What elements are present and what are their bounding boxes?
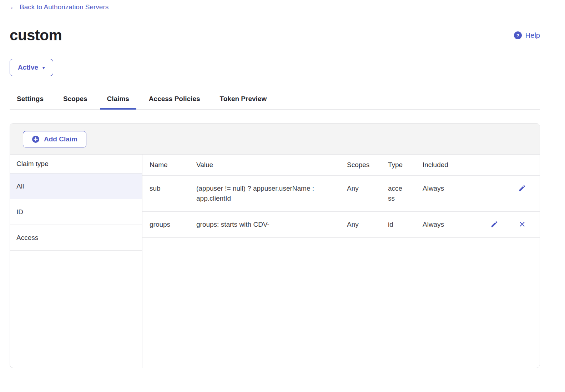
cell-included: Always [415,212,469,237]
table-row-sub: sub (appuser != null) ? appuser.userName… [142,176,540,212]
add-claim-button[interactable]: Add Claim [23,131,86,147]
cell-value: groups: starts with CDV- [189,212,340,237]
tab-bar: Settings Scopes Claims Access Policies T… [10,90,540,110]
help-link[interactable]: ? Help [514,31,540,40]
claim-type-list: Claim type All ID Access [10,155,142,368]
pencil-icon [490,220,498,228]
row-actions [469,212,540,237]
tab-token-preview[interactable]: Token Preview [213,90,274,109]
cell-scopes: Any [340,212,381,237]
claim-type-item-access[interactable]: Access [10,225,142,251]
tab-claims[interactable]: Claims [100,90,136,109]
chevron-down-icon: ▾ [42,65,45,70]
pencil-icon [518,184,526,192]
claims-table: Name Value Scopes Type Included sub (app… [142,155,540,368]
column-header-included: Included [415,155,469,175]
add-claim-label: Add Claim [44,135,77,143]
back-arrow-icon: ← [10,3,17,11]
column-header-actions [469,155,540,175]
cell-included: Always [415,176,469,211]
status-dropdown-label: Active [18,64,38,71]
claim-type-item-all[interactable]: All [10,174,142,199]
help-label: Help [525,31,540,40]
cell-name: sub [142,176,189,211]
column-header-name: Name [142,155,189,175]
status-dropdown[interactable]: Active ▾ [10,59,53,76]
back-to-authorization-servers-link[interactable]: ← Back to Authorization Servers [10,3,109,11]
edit-claim-button[interactable] [490,220,498,228]
cell-name: groups [142,212,189,237]
edit-claim-button[interactable] [518,184,526,192]
delete-claim-button[interactable] [518,220,526,228]
claims-card: Add Claim Claim type All ID Access Name … [10,123,540,368]
row-actions [469,176,540,211]
close-icon [518,220,526,228]
cell-type: access [381,176,415,211]
table-row-groups: groups groups: starts with CDV- Any id A… [142,212,540,238]
claims-table-header: Name Value Scopes Type Included [142,155,540,176]
cell-value: (appuser != null) ? appuser.userName : a… [189,176,340,211]
title-row: custom ? Help [10,27,540,44]
cell-scopes: Any [340,176,381,211]
tab-settings[interactable]: Settings [10,90,51,109]
page: ← Back to Authorization Servers custom ?… [10,0,540,368]
claims-toolbar: Add Claim [10,124,540,155]
help-icon: ? [514,31,522,39]
claim-type-header: Claim type [10,155,142,174]
column-header-value: Value [189,155,340,175]
claim-type-item-id[interactable]: ID [10,199,142,225]
column-header-scopes: Scopes [340,155,381,175]
tab-scopes[interactable]: Scopes [56,90,95,109]
claims-body: Claim type All ID Access Name Value Scop… [10,155,540,368]
tab-access-policies[interactable]: Access Policies [142,90,207,109]
page-title: custom [10,27,62,44]
cell-type: id [381,212,415,237]
back-link-label: Back to Authorization Servers [20,3,109,11]
plus-circle-icon [32,135,40,143]
column-header-type: Type [381,155,415,175]
